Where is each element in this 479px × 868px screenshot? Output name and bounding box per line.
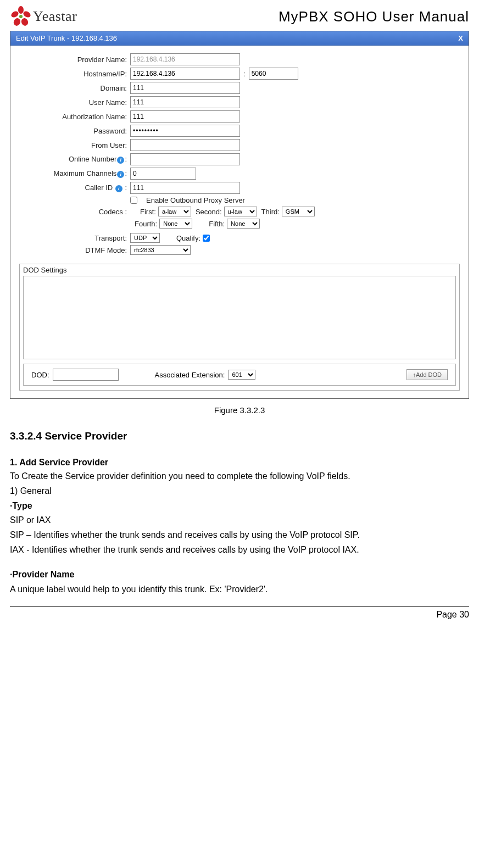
dod-settings-fieldset: DOD Settings DOD: Associated Extension: …: [19, 264, 460, 391]
term-provider-name: ·Provider Name: [10, 568, 469, 582]
assoc-ext-select[interactable]: 601: [228, 370, 255, 380]
label-online-number: Online Number: [69, 155, 116, 163]
label-dtmf: DTMF Mode:: [17, 246, 130, 254]
figure-caption: Figure 3.3.2.3: [10, 405, 469, 415]
label-hostname: Hostname/IP:: [17, 70, 130, 78]
body-paragraph: SIP – Identifies whether the trunk sends…: [10, 528, 469, 542]
label-authname: Authorization Name:: [17, 113, 130, 121]
page-header: Yeastar MyPBX SOHO User Manual: [10, 5, 469, 27]
dod-input[interactable]: [53, 369, 119, 381]
username-input[interactable]: [130, 96, 240, 108]
body-paragraph: To Create the Service provider definitio…: [10, 470, 469, 483]
brand-logo: Yeastar: [10, 5, 77, 27]
document-title: MyPBX SOHO User Manual: [279, 8, 469, 25]
label-qualify: Qualify:: [176, 234, 200, 242]
subsection-heading: 1. Add Service Provider: [10, 458, 469, 468]
label-first: First:: [140, 208, 156, 216]
svg-point-3: [13, 17, 21, 26]
brand-name: Yeastar: [33, 8, 77, 25]
close-icon[interactable]: X: [458, 34, 463, 42]
enable-proxy-checkbox[interactable]: [130, 197, 137, 204]
label-domain: Domain:: [17, 84, 130, 92]
label-transport: Transport:: [17, 234, 130, 242]
codec-second-select[interactable]: u-law: [224, 207, 257, 216]
label-provider-name: Provider Name:: [17, 55, 130, 64]
port-input[interactable]: [249, 68, 298, 80]
info-icon[interactable]: i: [115, 185, 122, 192]
term-type: ·Type: [10, 499, 469, 513]
label-fifth: Fifth:: [209, 220, 225, 228]
dod-settings-legend: DOD Settings: [20, 264, 459, 276]
label-username: User Name:: [17, 98, 130, 107]
edit-voip-trunk-dialog: Edit VoIP Trunk - 192.168.4.136 X Provid…: [10, 31, 469, 399]
transport-select[interactable]: UDP: [130, 233, 160, 243]
body-paragraph: IAX - Identifies whether the trunk sends…: [10, 543, 469, 557]
footer-rule: [10, 606, 469, 607]
max-channels-input[interactable]: [130, 168, 196, 180]
codec-fourth-select[interactable]: None: [159, 219, 192, 229]
info-icon[interactable]: i: [117, 157, 124, 164]
dtmf-select[interactable]: rfc2833: [130, 245, 191, 255]
label-fourth: Fourth:: [135, 220, 157, 228]
dod-list-area: [23, 276, 456, 359]
password-input[interactable]: [130, 125, 240, 137]
page-number: Page 30: [10, 610, 469, 620]
dialog-titlebar: Edit VoIP Trunk - 192.168.4.136 X: [10, 31, 469, 46]
svg-point-2: [22, 10, 31, 19]
provider-name-input[interactable]: [130, 53, 240, 65]
flower-icon: [10, 5, 32, 27]
label-max-channels: Maximum Channels: [54, 169, 117, 177]
info-icon[interactable]: i: [117, 171, 124, 178]
qualify-checkbox[interactable]: [203, 235, 210, 242]
codec-fifth-select[interactable]: None: [227, 219, 260, 229]
body-paragraph: SIP or IAX: [10, 514, 469, 527]
codec-first-select[interactable]: a-law: [158, 207, 191, 216]
hostname-input[interactable]: [130, 68, 240, 80]
caller-id-input[interactable]: [130, 182, 240, 194]
label-second: Second:: [196, 208, 222, 216]
dialog-title-text: Edit VoIP Trunk - 192.168.4.136: [16, 34, 117, 42]
add-dod-button[interactable]: ↑Add DOD: [406, 369, 448, 380]
codec-third-select[interactable]: GSM: [282, 207, 315, 216]
section-heading: 3.3.2.4 Service Provider: [10, 430, 469, 442]
label-caller-id: Caller ID: [85, 183, 113, 192]
svg-point-6: [19, 15, 23, 18]
label-assoc-ext: Associated Extension:: [155, 371, 225, 379]
label-third: Third:: [261, 208, 280, 216]
authname-input[interactable]: [130, 110, 240, 123]
label-dod: DOD:: [31, 371, 49, 379]
label-codecs: Codecs :: [17, 208, 130, 216]
svg-point-1: [10, 10, 19, 19]
domain-input[interactable]: [130, 82, 240, 94]
fromuser-input[interactable]: [130, 139, 240, 151]
body-paragraph: 1) General: [10, 485, 469, 498]
label-enable-proxy: Enable Outbound Proxy Server: [146, 196, 245, 204]
label-fromuser: From User:: [17, 141, 130, 149]
online-number-input[interactable]: [130, 153, 240, 165]
svg-point-0: [18, 6, 24, 14]
label-password: Password:: [17, 127, 130, 135]
body-paragraph: A unique label would help to you identif…: [10, 583, 469, 597]
svg-point-4: [20, 17, 29, 26]
